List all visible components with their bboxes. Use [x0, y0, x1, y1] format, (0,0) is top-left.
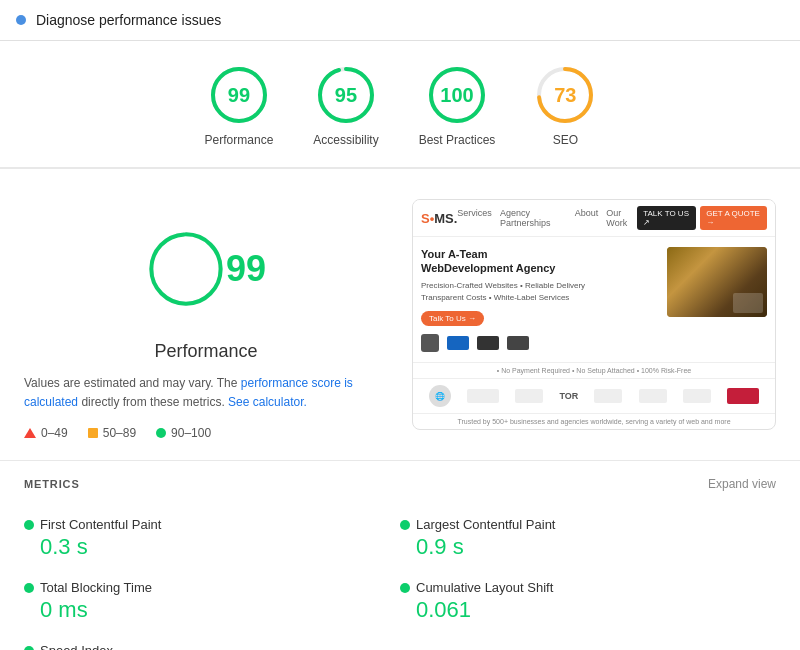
metrics-section: METRICS Expand view First Contentful Pai…: [0, 461, 800, 650]
left-panel: 99 Performance Values are estimated and …: [24, 189, 388, 440]
preview-footer: Trusted by 500+ businesses and agencies …: [413, 413, 775, 429]
legend-average-label: 50–89: [103, 426, 136, 440]
metric-name-row: Total Blocking Time: [24, 580, 400, 595]
footer-logo-5: [594, 389, 622, 403]
score-accessibility: 95 Accessibility: [313, 65, 378, 147]
footer-logo-1: 🌐: [429, 385, 451, 407]
preview-footer-logos: 🌐 TOR: [413, 378, 775, 413]
scores-row: 99 Performance 95 Accessibility 100 Best…: [0, 41, 800, 168]
score-performance: 99 Performance: [205, 65, 274, 147]
metric-name: Cumulative Layout Shift: [416, 580, 553, 595]
metric-name: Speed Index: [40, 643, 113, 650]
metric-dot: [24, 646, 34, 650]
preview-quote-btn: GET A QUOTE →: [700, 206, 767, 230]
preview-cta-btn: Talk To Us →: [421, 311, 484, 326]
preview-trust-note: • No Payment Required • No Setup Attache…: [413, 362, 775, 378]
trust-logo-2: [447, 336, 469, 350]
footer-logo-7: [683, 389, 711, 403]
big-score-circle: 99: [146, 209, 266, 329]
big-score-svg: [146, 209, 226, 329]
metric-name-row: Speed Index: [24, 643, 400, 650]
metric-value: 0.061: [400, 597, 776, 623]
metric-dot: [24, 520, 34, 530]
website-preview: S•MS. Services Agency Partnerships About…: [412, 199, 776, 430]
footer-logo-6: [639, 389, 667, 403]
metric-name-row: Largest Contentful Paint: [400, 517, 776, 532]
big-score-label: Performance: [24, 341, 388, 362]
metric-dot: [24, 583, 34, 593]
preview-hero-image: [667, 247, 767, 317]
metrics-header: METRICS Expand view: [24, 477, 776, 491]
preview-hero-bullets: Precision-Crafted Websites • Reliable De…: [421, 280, 659, 306]
metrics-title: METRICS: [24, 478, 80, 490]
legend: 0–49 50–89 90–100: [24, 426, 388, 440]
main-content: 99 Performance Values are estimated and …: [0, 169, 800, 460]
preview-buttons: TALK TO US ↗ GET A QUOTE →: [637, 206, 767, 230]
score-value-performance: 99: [228, 84, 250, 107]
preview-hero-text: Your A-TeamWebDevelopment Agency Precisi…: [421, 247, 659, 352]
score-label-best-practices: Best Practices: [419, 133, 496, 147]
footer-logo-4: TOR: [559, 391, 578, 401]
square-icon: [88, 428, 98, 438]
score-label-performance: Performance: [205, 133, 274, 147]
score-label-accessibility: Accessibility: [313, 133, 378, 147]
metrics-grid: First Contentful Paint 0.3 s Largest Con…: [24, 507, 776, 650]
score-value-seo: 73: [554, 84, 576, 107]
page-header: Diagnose performance issues: [0, 0, 800, 41]
score-description: Values are estimated and may vary. The p…: [24, 374, 388, 412]
metric-item: Largest Contentful Paint 0.9 s: [400, 507, 776, 570]
preview-talk-btn: TALK TO US ↗: [637, 206, 696, 230]
score-seo: 73 SEO: [535, 65, 595, 147]
preview-nav: Services Agency Partnerships About Our W…: [457, 208, 637, 228]
metric-value: 0.9 s: [400, 534, 776, 560]
legend-average: 50–89: [88, 426, 136, 440]
metric-value: 0.3 s: [24, 534, 400, 560]
metric-item: Total Blocking Time 0 ms: [24, 570, 400, 633]
footer-logo-8: [727, 388, 759, 404]
expand-view-button[interactable]: Expand view: [708, 477, 776, 491]
preview-header: S•MS. Services Agency Partnerships About…: [413, 200, 775, 237]
metric-dot: [400, 520, 410, 530]
footer-logo-3: [515, 389, 543, 403]
trust-logo-3: [477, 336, 499, 350]
score-circle-best-practices: 100: [427, 65, 487, 125]
metric-item: Cumulative Layout Shift 0.061: [400, 570, 776, 633]
preview-logo: S•MS.: [421, 211, 457, 226]
metric-name-row: Cumulative Layout Shift: [400, 580, 776, 595]
metric-item: Speed Index 0.4 s: [24, 633, 400, 650]
page-title: Diagnose performance issues: [36, 12, 221, 28]
score-best-practices: 100 Best Practices: [419, 65, 496, 147]
score-value-accessibility: 95: [335, 84, 357, 107]
score-circle-seo: 73: [535, 65, 595, 125]
preview-hero: Your A-TeamWebDevelopment Agency Precisi…: [413, 237, 775, 362]
metric-name: First Contentful Paint: [40, 517, 161, 532]
score-label-seo: SEO: [553, 133, 578, 147]
big-score-value: 99: [226, 248, 266, 290]
metric-name: Total Blocking Time: [40, 580, 152, 595]
trust-logo-1: [421, 334, 439, 352]
preview-hero-title: Your A-TeamWebDevelopment Agency: [421, 247, 659, 276]
legend-pass-label: 90–100: [171, 426, 211, 440]
metric-name: Largest Contentful Paint: [416, 517, 555, 532]
trust-logo-4: [507, 336, 529, 350]
metric-item: First Contentful Paint 0.3 s: [24, 507, 400, 570]
legend-fail-label: 0–49: [41, 426, 68, 440]
score-circle-performance: 99: [209, 65, 269, 125]
right-panel: S•MS. Services Agency Partnerships About…: [412, 189, 776, 440]
score-circle-accessibility: 95: [316, 65, 376, 125]
score-value-best-practices: 100: [440, 84, 473, 107]
footer-logo-2: [467, 389, 499, 403]
header-dot-icon: [16, 15, 26, 25]
triangle-icon: [24, 428, 36, 438]
metric-name-row: First Contentful Paint: [24, 517, 400, 532]
preview-trust-logos: [421, 334, 659, 352]
metric-dot: [400, 583, 410, 593]
legend-pass: 90–100: [156, 426, 211, 440]
legend-fail: 0–49: [24, 426, 68, 440]
svg-point-9: [151, 234, 220, 303]
calculator-link[interactable]: See calculator.: [228, 395, 307, 409]
circle-icon: [156, 428, 166, 438]
metric-value: 0 ms: [24, 597, 400, 623]
